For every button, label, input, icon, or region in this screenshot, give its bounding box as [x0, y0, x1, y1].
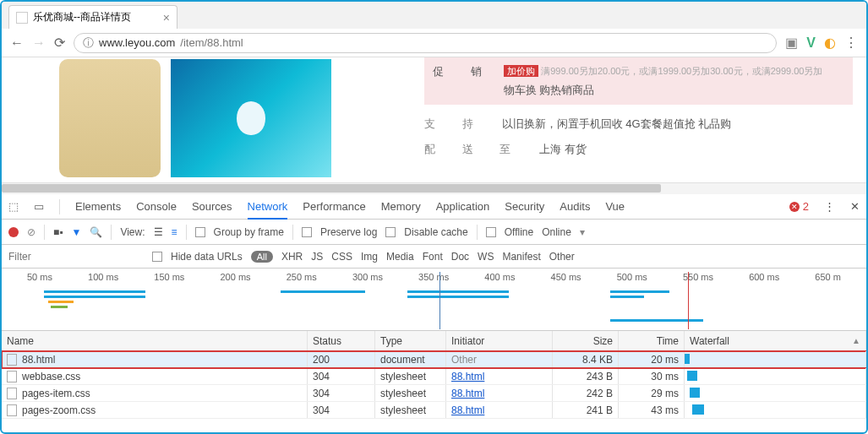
table-row[interactable]: 88.html200documentOther8.4 KB20 ms — [2, 351, 866, 368]
devtools-tab-application[interactable]: Application — [436, 200, 490, 213]
elasticsearch-icon[interactable]: ◐ — [824, 35, 836, 51]
devtools-tab-performance[interactable]: Performance — [303, 200, 365, 213]
devtools-tab-audits[interactable]: Audits — [560, 200, 590, 213]
file-icon — [7, 354, 17, 366]
hide-urls-checkbox[interactable] — [152, 252, 162, 262]
devtools-tab-elements[interactable]: Elements — [75, 200, 121, 213]
table-row[interactable]: webbase.css304stylesheet88.html243 B30 m… — [2, 368, 866, 385]
devtools-tabs: ⬚ ▭ ElementsConsoleSourcesNetworkPerform… — [2, 194, 866, 220]
record-icon[interactable] — [8, 227, 19, 237]
filter-css[interactable]: CSS — [331, 251, 352, 263]
horizontal-scrollbar[interactable] — [2, 182, 866, 194]
filter-js[interactable]: JS — [311, 251, 323, 263]
offline-checkbox[interactable] — [486, 227, 496, 237]
chevron-down-icon[interactable]: ▾ — [580, 226, 585, 238]
row-name: pages-zoom.css — [22, 404, 96, 416]
product-thumb-ocean[interactable] — [171, 59, 331, 177]
filter-manifest[interactable]: Manifest — [502, 251, 540, 263]
devtools-tab-sources[interactable]: Sources — [192, 200, 232, 213]
capture-icon[interactable]: ■▪ — [53, 226, 63, 238]
row-time: 30 ms — [619, 368, 685, 384]
file-icon — [7, 371, 17, 382]
vue-devtools-icon[interactable]: V — [806, 35, 816, 51]
devtools-tab-vue[interactable]: Vue — [605, 200, 625, 213]
product-thumb-phone[interactable] — [59, 59, 161, 177]
waterfall-view-icon[interactable]: ≡ — [172, 226, 177, 238]
filter-all[interactable]: All — [251, 251, 273, 263]
preserve-label: Preserve log — [320, 226, 377, 238]
back-icon[interactable]: ← — [10, 35, 24, 51]
site-info-icon[interactable]: ⓘ — [83, 35, 94, 51]
forward-icon[interactable]: → — [32, 35, 46, 51]
col-initiator[interactable]: Initiator — [446, 331, 553, 350]
devtools-close-icon[interactable]: ✕ — [850, 200, 860, 213]
url-input[interactable]: ⓘ www.leyou.com/item/88.html — [74, 33, 777, 53]
timeline-tick: 350 ms — [418, 272, 449, 282]
filter-font[interactable]: Font — [423, 251, 443, 263]
table-row[interactable]: pages-zoom.css304stylesheet88.html241 B4… — [2, 402, 866, 419]
filter-media[interactable]: Media — [386, 251, 414, 263]
col-type[interactable]: Type — [375, 331, 446, 350]
col-name[interactable]: Name — [2, 331, 308, 350]
page-content: 促 销 加价购 满999.00另加20.00元，或满1999.00另加30.00… — [2, 57, 866, 182]
timeline-tick: 650 m — [815, 272, 841, 282]
file-icon — [7, 388, 17, 399]
clear-icon[interactable]: ⊘ — [27, 226, 35, 238]
close-tab-icon[interactable]: × — [163, 11, 170, 24]
promo-label: 促 销 — [433, 64, 494, 98]
timeline-tick: 300 ms — [352, 272, 383, 282]
group-checkbox[interactable] — [195, 227, 205, 237]
inspect-icon[interactable]: ⬚ — [8, 200, 19, 213]
extension-icon[interactable]: ▣ — [785, 35, 798, 51]
filter-xhr[interactable]: XHR — [281, 251, 303, 263]
timeline-tick: 250 ms — [287, 272, 317, 282]
row-initiator: Other — [446, 351, 553, 367]
promo-line2: 物车换 购热销商品 — [504, 83, 823, 98]
table-row[interactable]: pages-item.css304stylesheet88.html242 B2… — [2, 385, 866, 402]
filter-doc[interactable]: Doc — [451, 251, 469, 263]
devtools-tab-memory[interactable]: Memory — [381, 200, 421, 213]
devtools-tab-security[interactable]: Security — [505, 200, 544, 213]
browser-tab[interactable]: 乐优商城--商品详情页 × — [8, 5, 177, 29]
offline-label: Offline — [505, 226, 533, 238]
preserve-checkbox[interactable] — [302, 227, 312, 237]
filter-img[interactable]: Img — [361, 251, 378, 263]
search-icon[interactable]: 🔍 — [90, 226, 102, 238]
devtools-tab-console[interactable]: Console — [136, 200, 177, 213]
devtools-tab-network[interactable]: Network — [248, 200, 288, 213]
reload-icon[interactable]: ⟳ — [54, 35, 65, 51]
promo-badge: 加价购 — [504, 65, 538, 77]
col-status[interactable]: Status — [308, 331, 375, 350]
filter-ws[interactable]: WS — [478, 251, 494, 263]
row-time: 29 ms — [619, 385, 685, 401]
col-size[interactable]: Size — [553, 331, 619, 350]
filter-other[interactable]: Other — [549, 251, 575, 263]
timeline-tick: 450 ms — [551, 272, 581, 282]
device-icon[interactable]: ▭ — [34, 200, 44, 213]
row-size: 8.4 KB — [553, 351, 619, 367]
browser-menu-icon[interactable]: ⋮ — [844, 35, 858, 51]
large-rows-icon[interactable]: ☰ — [154, 226, 163, 238]
throttle-select[interactable]: Online — [542, 226, 571, 238]
timeline-overview[interactable]: 50 ms100 ms150 ms200 ms250 ms300 ms350 m… — [2, 269, 866, 331]
col-waterfall[interactable]: Waterfall▲ — [685, 331, 866, 350]
filter-input[interactable] — [8, 251, 144, 263]
support-value: 以旧换新，闲置手机回收 4G套餐超值抢 礼品购 — [502, 117, 732, 132]
browser-tabstrip: 乐优商城--商品详情页 × — [2, 2, 866, 29]
row-waterfall — [685, 351, 866, 367]
error-icon[interactable]: ✕ — [789, 202, 800, 212]
disable-cache-checkbox[interactable] — [385, 227, 396, 237]
row-status: 200 — [308, 351, 375, 367]
timeline-tick: 150 ms — [154, 272, 184, 282]
row-initiator[interactable]: 88.html — [446, 402, 553, 418]
col-time[interactable]: Time — [619, 331, 685, 350]
filter-bar: Hide data URLs All XHRJSCSSImgMediaFontD… — [2, 245, 866, 269]
timeline-tick: 200 ms — [221, 272, 251, 282]
row-waterfall — [685, 385, 866, 401]
error-count: 2 — [803, 200, 809, 213]
row-waterfall — [685, 402, 866, 418]
row-initiator[interactable]: 88.html — [446, 385, 553, 401]
row-initiator[interactable]: 88.html — [446, 368, 553, 384]
devtools-menu-icon[interactable]: ⋮ — [824, 200, 835, 213]
filter-icon[interactable]: ▼ — [72, 226, 82, 238]
